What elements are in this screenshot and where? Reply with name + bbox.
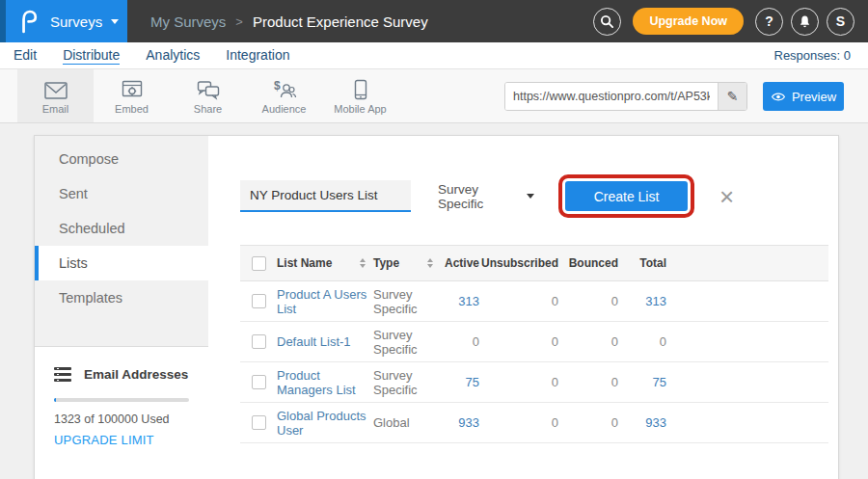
upgrade-now-button[interactable]: Upgrade Now: [633, 8, 744, 35]
breadcrumb-separator: >: [235, 14, 243, 29]
active-count[interactable]: 933: [441, 415, 481, 430]
list-name-link[interactable]: Product A Users List: [277, 287, 366, 316]
search-button[interactable]: [593, 8, 621, 36]
channel-embed[interactable]: Embed: [94, 69, 170, 122]
total-count[interactable]: 933: [620, 415, 668, 430]
active-count[interactable]: 75: [441, 375, 481, 389]
product-switcher[interactable]: Surveys: [0, 0, 127, 42]
notifications-button[interactable]: [791, 8, 819, 36]
question-mark-icon: ?: [765, 13, 773, 29]
col-active: Active: [441, 256, 481, 270]
table-header-row: List Name Type Active Unsubscribed Bounc…: [240, 245, 828, 281]
row-checkbox[interactable]: [252, 375, 266, 389]
list-type-value: Survey Specific: [373, 328, 441, 357]
total-count[interactable]: 0: [620, 334, 668, 349]
search-icon: [600, 14, 614, 29]
sidebar-item-templates[interactable]: Templates: [35, 280, 208, 315]
edit-url-button[interactable]: ✎: [718, 83, 746, 110]
sort-list-name-icon[interactable]: [360, 258, 366, 268]
list-name-link[interactable]: Product Managers List: [277, 368, 356, 397]
table-body: Product A Users List Survey Specific 313…: [240, 281, 828, 443]
create-list-button[interactable]: Create List: [565, 181, 688, 211]
bounced-count: 0: [560, 294, 620, 308]
create-list-form: Survey Specific Create List ×: [240, 174, 838, 218]
list-type-value: Survey Specific: [373, 368, 441, 397]
app-window: Surveys My Surveys > Product Experience …: [0, 0, 868, 479]
mobile-app-icon: [354, 77, 367, 100]
distribute-toolbar: Email Embed Share $ Audience Mobile App: [0, 69, 868, 123]
active-count[interactable]: 313: [441, 294, 481, 308]
share-icon: [197, 77, 220, 100]
eye-icon: [771, 92, 786, 102]
table-row: Default List-1 Survey Specific 0 0 0 0: [240, 322, 828, 362]
col-unsubscribed: Unsubscribed: [481, 256, 560, 270]
highlight-annotation: Create List: [558, 174, 694, 218]
breadcrumb-survey-title: Product Experience Survey: [253, 13, 428, 30]
header-actions: Upgrade Now ? S: [593, 8, 868, 36]
list-type-select[interactable]: Survey Specific: [438, 182, 534, 211]
active-count[interactable]: 0: [441, 334, 481, 349]
list-name-link[interactable]: Global Products User: [277, 409, 366, 438]
unsubscribed-count: 0: [481, 415, 560, 430]
sidebar-item-scheduled[interactable]: Scheduled: [35, 211, 208, 246]
avatar[interactable]: S: [827, 8, 854, 36]
tab-analytics[interactable]: Analytics: [146, 47, 200, 64]
bounced-count: 0: [560, 375, 620, 389]
preview-button[interactable]: Preview: [763, 82, 844, 111]
usage-label: 1323 of 100000 Used: [54, 412, 189, 426]
tab-integration[interactable]: Integration: [226, 47, 289, 64]
survey-url-input[interactable]: [505, 83, 718, 110]
bounced-count: 0: [560, 334, 620, 349]
email-icon: [43, 77, 68, 100]
list-type-value: Survey Specific: [373, 287, 441, 316]
svg-text:$: $: [274, 79, 281, 93]
sidebar-item-compose[interactable]: Compose: [35, 142, 208, 176]
responses-count[interactable]: Responses: 0: [774, 48, 852, 63]
breadcrumb: My Surveys > Product Experience Survey: [150, 13, 428, 30]
list-name-link[interactable]: Default List-1: [277, 334, 351, 349]
close-icon[interactable]: ×: [719, 184, 734, 209]
list-type-selected: Survey Specific: [438, 182, 527, 211]
select-all-checkbox[interactable]: [252, 256, 266, 271]
chevron-down-icon: [527, 194, 534, 199]
chevron-down-icon: [111, 19, 119, 24]
upgrade-limit-link[interactable]: UPGRADE LIMIT: [54, 433, 189, 447]
breadcrumb-my-surveys[interactable]: My Surveys: [150, 13, 226, 30]
sort-type-icon[interactable]: [427, 258, 433, 268]
email-addresses-section: Email Addresses 1323 of 100000 Used UPGR…: [35, 346, 208, 479]
list-type-value: Global: [373, 415, 441, 430]
address-list-icon: [54, 367, 71, 382]
total-count[interactable]: 313: [620, 294, 668, 308]
col-bounced: Bounced: [560, 256, 620, 270]
lists-table: List Name Type Active Unsubscribed Bounc…: [240, 245, 828, 443]
help-button[interactable]: ?: [755, 8, 783, 36]
row-checkbox[interactable]: [252, 415, 266, 430]
unsubscribed-count: 0: [481, 375, 560, 389]
page-body: Compose Sent Scheduled Lists Templates E…: [0, 123, 868, 479]
col-total: Total: [620, 256, 668, 270]
channel-mobile-app[interactable]: Mobile App: [322, 69, 398, 122]
channel-share[interactable]: Share: [170, 69, 246, 122]
unsubscribed-count: 0: [481, 294, 560, 308]
table-row: Product A Users List Survey Specific 313…: [240, 281, 828, 322]
email-addresses-title: Email Addresses: [84, 367, 188, 382]
embed-icon: [122, 77, 143, 100]
sidebar-item-sent[interactable]: Sent: [35, 176, 208, 211]
audience-icon: $: [272, 77, 297, 100]
survey-tabbar: Edit Distribute Analytics Integration Re…: [0, 42, 868, 69]
channel-audience[interactable]: $ Audience: [246, 69, 322, 122]
total-count[interactable]: 75: [620, 375, 668, 389]
bounced-count: 0: [560, 415, 620, 430]
row-checkbox[interactable]: [252, 334, 266, 349]
survey-url-group: ✎: [504, 82, 747, 111]
bell-icon: [798, 14, 812, 29]
email-sidebar-menu: Compose Sent Scheduled Lists Templates: [35, 136, 208, 346]
sidebar-item-lists[interactable]: Lists: [35, 246, 208, 280]
list-name-input[interactable]: [240, 180, 411, 212]
tab-edit[interactable]: Edit: [14, 47, 37, 64]
tab-distribute[interactable]: Distribute: [63, 47, 120, 65]
questionpro-logo-icon: [19, 9, 39, 34]
channel-email[interactable]: Email: [17, 69, 94, 122]
table-row: Global Products User Global 933 0 0 933: [240, 403, 828, 443]
row-checkbox[interactable]: [252, 294, 266, 308]
